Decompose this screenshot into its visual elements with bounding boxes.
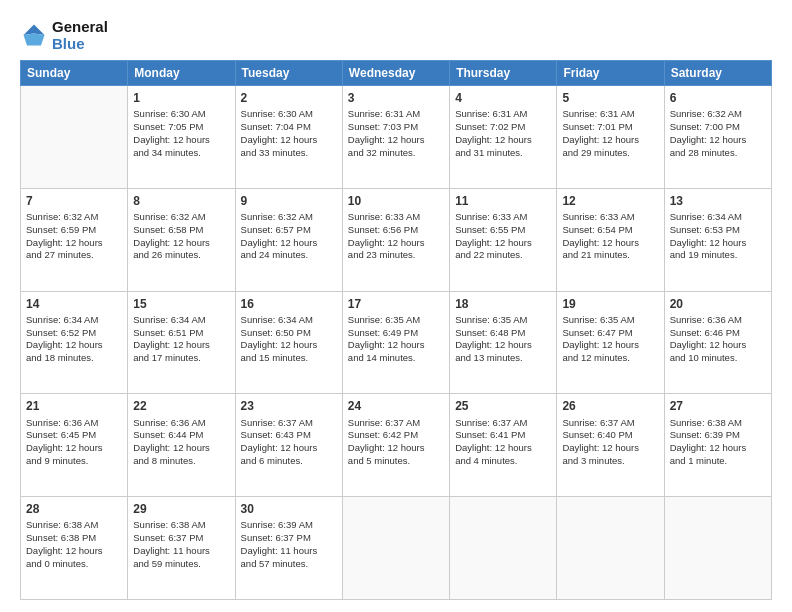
day-number: 5 [562, 90, 658, 106]
cell-text: and 8 minutes. [133, 455, 229, 468]
calendar-cell: 26Sunrise: 6:37 AMSunset: 6:40 PMDayligh… [557, 394, 664, 497]
calendar-cell: 4Sunrise: 6:31 AMSunset: 7:02 PMDaylight… [450, 86, 557, 189]
cell-text: and 6 minutes. [241, 455, 337, 468]
cell-text: Daylight: 12 hours [133, 134, 229, 147]
cell-text: and 27 minutes. [26, 249, 122, 262]
cell-text: and 59 minutes. [133, 558, 229, 571]
cell-text: and 28 minutes. [670, 147, 766, 160]
cell-text: Daylight: 12 hours [670, 237, 766, 250]
weekday-header-saturday: Saturday [664, 61, 771, 86]
day-number: 16 [241, 296, 337, 312]
day-number: 23 [241, 398, 337, 414]
svg-marker-1 [24, 34, 45, 46]
cell-text: Daylight: 12 hours [455, 339, 551, 352]
day-number: 12 [562, 193, 658, 209]
calendar-cell: 6Sunrise: 6:32 AMSunset: 7:00 PMDaylight… [664, 86, 771, 189]
cell-text: Sunset: 6:50 PM [241, 327, 337, 340]
cell-text: Sunset: 6:45 PM [26, 429, 122, 442]
cell-text: Daylight: 12 hours [241, 237, 337, 250]
cell-text: Sunrise: 6:32 AM [133, 211, 229, 224]
week-row-4: 21Sunrise: 6:36 AMSunset: 6:45 PMDayligh… [21, 394, 772, 497]
top-section: General Blue [20, 18, 772, 52]
cell-text: Sunset: 6:38 PM [26, 532, 122, 545]
cell-text: Sunrise: 6:36 AM [670, 314, 766, 327]
cell-text: and 5 minutes. [348, 455, 444, 468]
cell-text: Daylight: 11 hours [133, 545, 229, 558]
page: General Blue SundayMondayTuesdayWednesda… [0, 0, 792, 612]
cell-text: and 4 minutes. [455, 455, 551, 468]
cell-text: Sunset: 6:44 PM [133, 429, 229, 442]
calendar-cell: 23Sunrise: 6:37 AMSunset: 6:43 PMDayligh… [235, 394, 342, 497]
day-number: 8 [133, 193, 229, 209]
cell-text: Sunrise: 6:34 AM [26, 314, 122, 327]
day-number: 3 [348, 90, 444, 106]
calendar-cell: 17Sunrise: 6:35 AMSunset: 6:49 PMDayligh… [342, 291, 449, 394]
cell-text: Sunset: 7:00 PM [670, 121, 766, 134]
cell-text: Sunrise: 6:38 AM [26, 519, 122, 532]
cell-text: and 21 minutes. [562, 249, 658, 262]
cell-text: Sunrise: 6:37 AM [348, 417, 444, 430]
cell-text: Sunrise: 6:31 AM [562, 108, 658, 121]
calendar-cell: 1Sunrise: 6:30 AMSunset: 7:05 PMDaylight… [128, 86, 235, 189]
calendar-cell: 7Sunrise: 6:32 AMSunset: 6:59 PMDaylight… [21, 188, 128, 291]
weekday-header-row: SundayMondayTuesdayWednesdayThursdayFrid… [21, 61, 772, 86]
cell-text: Daylight: 12 hours [133, 442, 229, 455]
cell-text: Sunset: 6:57 PM [241, 224, 337, 237]
day-number: 24 [348, 398, 444, 414]
day-number: 26 [562, 398, 658, 414]
weekday-header-wednesday: Wednesday [342, 61, 449, 86]
cell-text: and 14 minutes. [348, 352, 444, 365]
cell-text: Daylight: 12 hours [26, 442, 122, 455]
day-number: 25 [455, 398, 551, 414]
day-number: 19 [562, 296, 658, 312]
cell-text: Daylight: 12 hours [562, 339, 658, 352]
day-number: 17 [348, 296, 444, 312]
calendar-cell: 15Sunrise: 6:34 AMSunset: 6:51 PMDayligh… [128, 291, 235, 394]
cell-text: and 12 minutes. [562, 352, 658, 365]
logo-text: General Blue [52, 18, 108, 52]
calendar-cell [664, 497, 771, 600]
cell-text: Sunrise: 6:32 AM [241, 211, 337, 224]
cell-text: and 33 minutes. [241, 147, 337, 160]
cell-text: Sunrise: 6:32 AM [26, 211, 122, 224]
cell-text: Sunrise: 6:33 AM [455, 211, 551, 224]
calendar-cell: 13Sunrise: 6:34 AMSunset: 6:53 PMDayligh… [664, 188, 771, 291]
day-number: 1 [133, 90, 229, 106]
cell-text: Daylight: 12 hours [241, 134, 337, 147]
day-number: 29 [133, 501, 229, 517]
cell-text: Sunrise: 6:35 AM [562, 314, 658, 327]
cell-text: Sunset: 6:40 PM [562, 429, 658, 442]
calendar-cell [342, 497, 449, 600]
cell-text: Daylight: 12 hours [670, 339, 766, 352]
cell-text: Sunset: 6:59 PM [26, 224, 122, 237]
cell-text: Sunset: 6:55 PM [455, 224, 551, 237]
calendar-cell: 21Sunrise: 6:36 AMSunset: 6:45 PMDayligh… [21, 394, 128, 497]
cell-text: Daylight: 12 hours [26, 339, 122, 352]
calendar-cell: 14Sunrise: 6:34 AMSunset: 6:52 PMDayligh… [21, 291, 128, 394]
day-number: 2 [241, 90, 337, 106]
cell-text: Daylight: 12 hours [455, 237, 551, 250]
cell-text: and 0 minutes. [26, 558, 122, 571]
cell-text: Sunset: 6:49 PM [348, 327, 444, 340]
cell-text: Daylight: 12 hours [348, 237, 444, 250]
cell-text: Sunrise: 6:36 AM [26, 417, 122, 430]
day-number: 22 [133, 398, 229, 414]
calendar-cell: 9Sunrise: 6:32 AMSunset: 6:57 PMDaylight… [235, 188, 342, 291]
cell-text: Sunrise: 6:32 AM [670, 108, 766, 121]
cell-text: and 3 minutes. [562, 455, 658, 468]
cell-text: Daylight: 12 hours [670, 134, 766, 147]
cell-text: Sunrise: 6:30 AM [133, 108, 229, 121]
cell-text: and 17 minutes. [133, 352, 229, 365]
logo: General Blue [20, 18, 108, 52]
calendar-cell: 11Sunrise: 6:33 AMSunset: 6:55 PMDayligh… [450, 188, 557, 291]
cell-text: and 15 minutes. [241, 352, 337, 365]
calendar-cell: 10Sunrise: 6:33 AMSunset: 6:56 PMDayligh… [342, 188, 449, 291]
cell-text: Sunrise: 6:37 AM [562, 417, 658, 430]
cell-text: Sunrise: 6:36 AM [133, 417, 229, 430]
cell-text: Sunrise: 6:35 AM [348, 314, 444, 327]
calendar-cell: 20Sunrise: 6:36 AMSunset: 6:46 PMDayligh… [664, 291, 771, 394]
day-number: 20 [670, 296, 766, 312]
calendar-cell: 28Sunrise: 6:38 AMSunset: 6:38 PMDayligh… [21, 497, 128, 600]
day-number: 6 [670, 90, 766, 106]
cell-text: Sunrise: 6:38 AM [133, 519, 229, 532]
